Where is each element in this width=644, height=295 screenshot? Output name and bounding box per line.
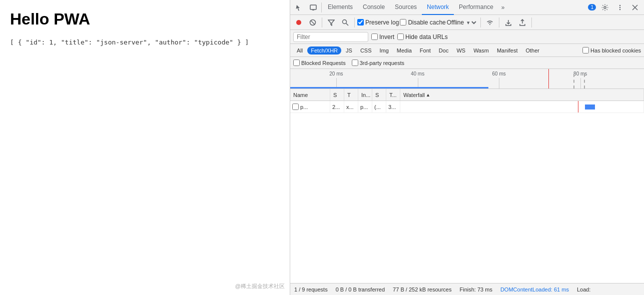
th-waterfall[interactable]: Waterfall ▲ xyxy=(400,89,644,100)
network-toolbar: Preserve log Disable cache Offline ▾ xyxy=(290,15,644,30)
transferred-size: 0 B / 0 B transferred xyxy=(336,286,385,292)
filter-input[interactable] xyxy=(293,32,368,42)
td-size: (... xyxy=(372,101,386,112)
th-status[interactable]: S xyxy=(330,89,344,100)
has-blocked-cookies-filter[interactable]: Has blocked cookies xyxy=(582,47,641,54)
type-doc-btn[interactable]: Doc xyxy=(435,46,452,54)
sort-arrow: ▲ xyxy=(426,92,430,98)
preserve-log-label[interactable]: Preserve log xyxy=(357,19,399,26)
type-other-btn[interactable]: Other xyxy=(522,46,543,54)
blocked-requests-checkbox[interactable] xyxy=(293,60,300,66)
hide-data-urls-filter[interactable]: Hide data URLs xyxy=(397,34,448,40)
watermark: @稀土掘金技术社区 xyxy=(235,282,285,290)
wifi-icon[interactable] xyxy=(483,16,496,29)
json-output: [ { "id": 1, "title": "json-server", "au… xyxy=(10,38,280,46)
disable-cache-label[interactable]: Disable cache xyxy=(400,19,445,26)
tick-line-80ms xyxy=(580,78,581,88)
tab-more[interactable]: » xyxy=(498,0,508,15)
th-size[interactable]: S xyxy=(372,89,386,100)
svg-point-4 xyxy=(619,6,620,8)
timeline-red-line xyxy=(548,69,549,88)
load-label: Load: xyxy=(577,286,591,292)
clear-button[interactable] xyxy=(306,16,319,29)
svg-point-8 xyxy=(296,20,301,25)
blocked-requests-filter[interactable]: Blocked Requests xyxy=(293,60,346,66)
status-bar: 1 / 9 requests 0 B / 0 B transferred 77 … xyxy=(290,283,644,295)
preserve-log-checkbox[interactable] xyxy=(357,19,364,26)
type-media-btn[interactable]: Media xyxy=(393,46,415,54)
toolbar-divider-2 xyxy=(354,18,355,28)
row-checkbox[interactable] xyxy=(292,104,299,110)
invert-filter[interactable]: Invert xyxy=(371,34,394,40)
type-manifest-btn[interactable]: Manifest xyxy=(493,46,521,54)
offline-label-group[interactable]: Offline xyxy=(447,19,464,26)
tick-20ms: 20 ms xyxy=(329,71,343,76)
toolbar-divider-1 xyxy=(322,18,322,28)
timeline-dashed-2 xyxy=(584,74,585,88)
tab-network[interactable]: Network xyxy=(422,0,454,15)
waterfall-bar xyxy=(585,104,594,110)
svg-marker-11 xyxy=(328,20,334,26)
waterfall-red-line-row xyxy=(578,101,578,112)
cursor-icon[interactable] xyxy=(292,0,306,14)
disable-cache-checkbox[interactable] xyxy=(400,19,406,26)
tab-separator-1 xyxy=(321,2,322,12)
more-icon[interactable] xyxy=(613,0,627,14)
timeline-blue-indicator xyxy=(290,87,488,88)
type-ws-btn[interactable]: WS xyxy=(453,46,469,54)
td-time: 3... xyxy=(386,101,400,112)
table-body: p... 2... x... p... (... 3... xyxy=(290,101,644,283)
svg-rect-0 xyxy=(310,5,316,10)
timeline-dashed-1 xyxy=(573,74,574,88)
th-time[interactable]: T... xyxy=(386,89,400,100)
third-party-filter[interactable]: 3rd-party requests xyxy=(352,60,404,66)
resources-size: 77 B / 252 kB resources xyxy=(393,286,451,292)
type-font-btn[interactable]: Font xyxy=(416,46,434,54)
close-icon[interactable] xyxy=(628,0,642,14)
type-filter-row: All Fetch/XHR JS CSS Img Media Font Doc … xyxy=(290,44,644,57)
network-table: Name S T In... S T... Waterfall ▲ xyxy=(290,89,644,283)
type-wasm-btn[interactable]: Wasm xyxy=(470,46,492,54)
type-css-btn[interactable]: CSS xyxy=(357,46,375,54)
settings-icon[interactable] xyxy=(598,0,612,14)
requests-count: 1 / 9 requests xyxy=(294,286,328,292)
tab-performance[interactable]: Performance xyxy=(454,0,498,15)
tick-60ms: 60 ms xyxy=(492,71,506,76)
search-button[interactable] xyxy=(339,16,352,29)
th-initiator[interactable]: In... xyxy=(358,89,372,100)
console-badge[interactable]: 1 xyxy=(588,4,596,10)
invert-checkbox[interactable] xyxy=(371,34,378,40)
svg-line-10 xyxy=(311,20,315,24)
timeline-ticks: 20 ms 40 ms 60 ms 80 ms 100 ms xyxy=(290,69,644,88)
screencast-icon[interactable] xyxy=(306,0,320,14)
th-name[interactable]: Name xyxy=(290,89,330,100)
table-row[interactable]: p... 2... x... p... (... 3... xyxy=(290,101,644,113)
tick-line-60ms xyxy=(499,78,499,88)
toolbar-divider-3 xyxy=(480,18,481,28)
dom-content-loaded: DOMContentLoaded: 61 ms xyxy=(500,286,569,292)
type-fetch-xhr-btn[interactable]: Fetch/XHR xyxy=(307,46,341,54)
th-type[interactable]: T xyxy=(344,89,358,100)
import-button[interactable] xyxy=(502,16,515,29)
svg-point-2 xyxy=(604,6,606,8)
checkbox-filter-row: Blocked Requests 3rd-party requests xyxy=(290,57,644,69)
toolbar-divider-4 xyxy=(499,18,499,28)
hide-data-urls-checkbox[interactable] xyxy=(397,34,404,40)
tab-elements[interactable]: Elements xyxy=(323,0,358,15)
type-js-btn[interactable]: JS xyxy=(342,46,356,54)
throttle-select[interactable]: ▾ xyxy=(465,19,478,26)
td-waterfall xyxy=(400,101,644,112)
has-blocked-cookies-checkbox[interactable] xyxy=(582,47,589,54)
filter-button[interactable] xyxy=(325,16,338,29)
export-button[interactable] xyxy=(516,16,529,29)
third-party-checkbox[interactable] xyxy=(352,60,358,66)
record-button[interactable] xyxy=(292,16,305,29)
finish-time: Finish: 73 ms xyxy=(460,286,492,292)
timeline-header: 20 ms 40 ms 60 ms 80 ms 100 ms xyxy=(290,69,644,89)
type-img-btn[interactable]: Img xyxy=(376,46,392,54)
table-header: Name S T In... S T... Waterfall ▲ xyxy=(290,89,644,101)
tab-sources[interactable]: Sources xyxy=(390,0,422,15)
svg-point-12 xyxy=(343,20,347,24)
tab-console[interactable]: Console xyxy=(358,0,390,15)
type-all-btn[interactable]: All xyxy=(293,46,306,54)
